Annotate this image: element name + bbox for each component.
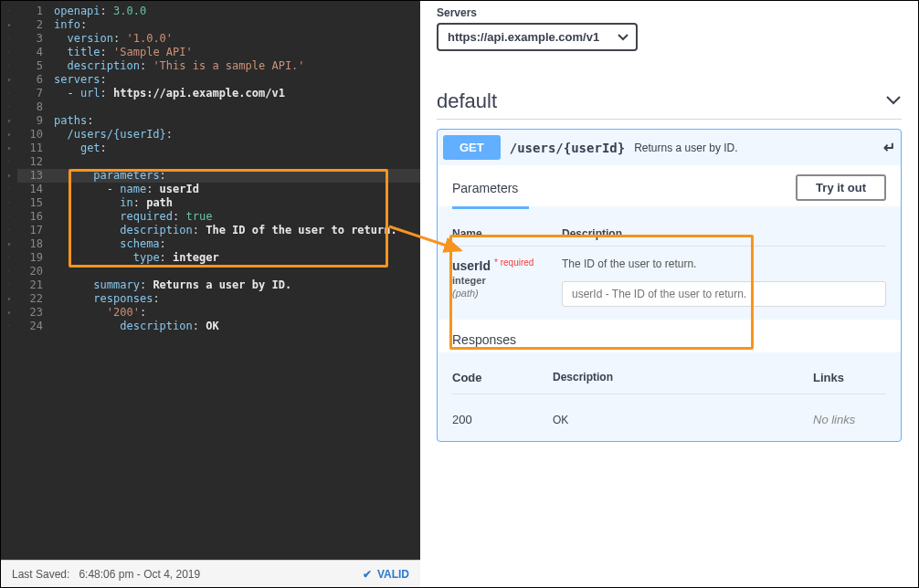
fold-gutter[interactable]: ·	[1, 5, 17, 18]
code-line[interactable]: ▾18 schema:	[1, 237, 420, 251]
code-content[interactable]: /users/{userId}:	[54, 128, 420, 142]
fold-gutter[interactable]: ▾	[1, 169, 17, 183]
operation-header[interactable]: GET /users/{userId} Returns a user by ID…	[438, 130, 901, 165]
fold-gutter[interactable]: ▾	[1, 114, 17, 128]
code-content[interactable]: description: OK	[54, 320, 420, 333]
code-line[interactable]: ▾13 parameters:	[1, 169, 420, 183]
op-path: /users/{userId}	[510, 141, 625, 155]
line-number: 15	[17, 196, 54, 210]
line-number: 19	[17, 251, 54, 265]
fold-gutter[interactable]: ·	[1, 59, 17, 73]
fold-gutter[interactable]: ·	[1, 320, 17, 333]
section-header[interactable]: default	[437, 89, 902, 120]
code-line[interactable]: ▾23 '200':	[1, 306, 420, 320]
check-icon	[363, 568, 372, 581]
param-description: The ID of the user to return.	[562, 257, 886, 270]
fold-gutter[interactable]: ·	[1, 278, 17, 292]
code-content[interactable]: description: 'This is a sample API.'	[54, 59, 420, 73]
code-content[interactable]: get:	[54, 142, 420, 155]
code-content[interactable]	[54, 155, 420, 169]
app-container: ·1openapi: 3.0.0▾2info:·3 version: '1.0.…	[0, 0, 919, 588]
code-line[interactable]: ·5 description: 'This is a sample API.'	[1, 59, 420, 73]
fold-gutter[interactable]: ▾	[1, 73, 17, 87]
code-line[interactable]: ·12	[1, 155, 420, 169]
fold-gutter[interactable]: ·	[1, 155, 17, 169]
code-content[interactable]: openapi: 3.0.0	[54, 5, 420, 18]
line-number: 9	[17, 114, 54, 128]
code-content[interactable]: '200':	[54, 306, 420, 320]
fold-gutter[interactable]: ▾	[1, 237, 17, 251]
code-line[interactable]: ·4 title: 'Sample API'	[1, 46, 420, 59]
code-content[interactable]: - url: https://api.example.com/v1	[54, 87, 420, 100]
fold-gutter[interactable]: ▾	[1, 292, 17, 306]
code-content[interactable]: summary: Returns a user by ID.	[54, 278, 420, 292]
code-content[interactable]: servers:	[54, 73, 420, 87]
code-line[interactable]: ·21 summary: Returns a user by ID.	[1, 278, 420, 292]
line-number: 2	[17, 18, 54, 32]
code-line[interactable]: ·19 type: integer	[1, 251, 420, 265]
code-content[interactable]: schema:	[54, 237, 420, 251]
fold-gutter[interactable]: ▾	[1, 306, 17, 320]
fold-gutter[interactable]: ▾	[1, 18, 17, 32]
code-line[interactable]: ·8	[1, 100, 420, 114]
col-resp-desc-header: Description	[553, 371, 813, 384]
line-number: 8	[17, 100, 54, 114]
code-content[interactable]: in: path	[54, 196, 420, 210]
param-desc-cell: The ID of the user to return.	[562, 257, 886, 307]
fold-gutter[interactable]: ·	[1, 183, 17, 196]
line-number: 23	[17, 306, 54, 320]
fold-gutter[interactable]: ·	[1, 46, 17, 59]
code-content[interactable]: version: '1.0.0'	[54, 32, 420, 46]
line-number: 1	[17, 5, 54, 18]
code-line[interactable]: ▾11 get:	[1, 142, 420, 155]
servers-select-wrap: https://api.example.com/v1	[437, 23, 638, 51]
code-line[interactable]: ·24 description: OK	[1, 320, 420, 333]
status-valid: VALID	[363, 568, 409, 581]
code-line[interactable]: ·16 required: true	[1, 210, 420, 224]
code-content[interactable]: paths:	[54, 114, 420, 128]
response-links: No links	[813, 413, 886, 426]
fold-gutter[interactable]: ·	[1, 251, 17, 265]
fold-gutter[interactable]: ·	[1, 265, 17, 278]
try-it-out-button[interactable]: Try it out	[796, 174, 886, 201]
servers-select[interactable]: https://api.example.com/v1	[437, 23, 638, 51]
fold-gutter[interactable]: ·	[1, 210, 17, 224]
code-line[interactable]: ·20	[1, 265, 420, 278]
code-line[interactable]: ·17 description: The ID of the user to r…	[1, 224, 420, 237]
code-editor[interactable]: ·1openapi: 3.0.0▾2info:·3 version: '1.0.…	[1, 1, 420, 560]
code-line[interactable]: ▾22 responses:	[1, 292, 420, 306]
code-line[interactable]: ·15 in: path	[1, 196, 420, 210]
fold-gutter[interactable]: ·	[1, 196, 17, 210]
code-line[interactable]: ·1openapi: 3.0.0	[1, 5, 420, 18]
fold-gutter[interactable]: ·	[1, 100, 17, 114]
code-content[interactable]	[54, 100, 420, 114]
fold-gutter[interactable]: ·	[1, 224, 17, 237]
code-content[interactable]: title: 'Sample API'	[54, 46, 420, 59]
param-input[interactable]	[562, 281, 886, 307]
code-content[interactable]: parameters:	[54, 169, 420, 183]
line-number: 16	[17, 210, 54, 224]
code-content[interactable]: description: The ID of the user to retur…	[54, 224, 420, 237]
fold-gutter[interactable]: ▾	[1, 142, 17, 155]
code-content[interactable]: responses:	[54, 292, 420, 306]
code-content[interactable]: info:	[54, 18, 420, 32]
fold-gutter[interactable]: ·	[1, 32, 17, 46]
fold-gutter[interactable]: ·	[1, 87, 17, 100]
code-line[interactable]: ▾6servers:	[1, 73, 420, 87]
code-line[interactable]: ▾10 /users/{userId}:	[1, 128, 420, 142]
code-content[interactable]: - name: userId	[54, 183, 420, 196]
code-line[interactable]: ·14 - name: userId	[1, 183, 420, 196]
code-line[interactable]: ▾9paths:	[1, 114, 420, 128]
line-number: 10	[17, 128, 54, 142]
code-content[interactable]	[54, 265, 420, 278]
code-line[interactable]: ▾2info:	[1, 18, 420, 32]
status-last-saved: Last Saved: 6:48:06 pm - Oct 4, 2019	[12, 568, 200, 581]
section-name: default	[437, 89, 497, 113]
code-content[interactable]: type: integer	[54, 251, 420, 265]
param-name: userId	[452, 258, 491, 273]
operation-body: Parameters Try it out Name Description u…	[438, 165, 901, 441]
code-content[interactable]: required: true	[54, 210, 420, 224]
code-line[interactable]: ·7 - url: https://api.example.com/v1	[1, 87, 420, 100]
fold-gutter[interactable]: ▾	[1, 128, 17, 142]
code-line[interactable]: ·3 version: '1.0.0'	[1, 32, 420, 46]
